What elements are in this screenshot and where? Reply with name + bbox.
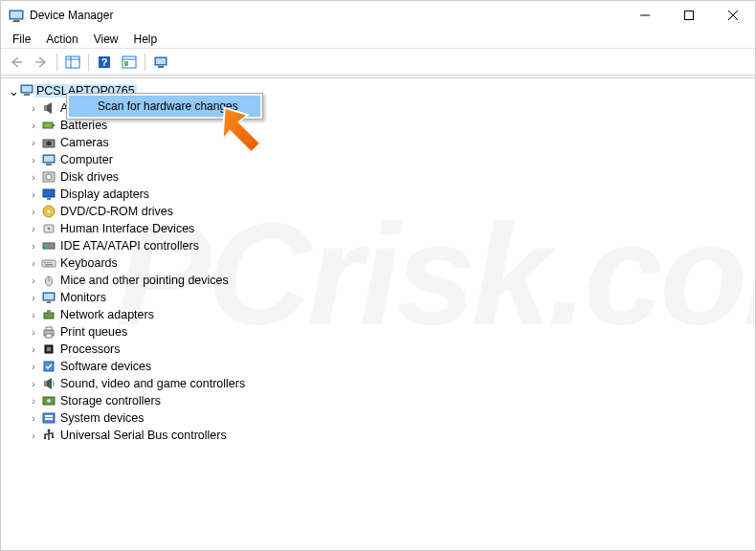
tree-item[interactable]: ›Disk drives [26, 168, 747, 186]
svg-rect-49 [47, 301, 51, 303]
tree-item[interactable]: ›Display adapters [26, 186, 747, 203]
expand-arrow-icon[interactable]: › [26, 344, 41, 355]
computer-icon [19, 82, 34, 100]
svg-rect-1 [11, 11, 22, 18]
expand-arrow-icon[interactable]: › [26, 138, 41, 148]
tree-item-label: Monitors [60, 291, 106, 304]
minimize-button[interactable] [623, 1, 667, 30]
speaker-icon [41, 100, 56, 116]
tree-item-label: Network adapters [60, 308, 154, 321]
tree-item-label: Storage controllers [60, 394, 161, 408]
svg-rect-50 [44, 313, 54, 319]
tree-item[interactable]: ›Computer [26, 151, 747, 168]
expand-arrow-icon[interactable]: › [26, 413, 41, 424]
tree-item[interactable]: ›Print queues [26, 323, 747, 341]
app-icon [9, 8, 24, 23]
menu-help[interactable]: Help [126, 31, 166, 48]
tree-item-label: Computer [60, 153, 113, 166]
tree-item[interactable]: ›Storage controllers [26, 392, 747, 409]
svg-rect-51 [47, 310, 51, 313]
usb-icon [41, 428, 56, 443]
context-scan-hardware[interactable]: Scan for hardware changes [69, 96, 260, 117]
svg-rect-44 [45, 264, 53, 266]
menu-action[interactable]: Action [38, 31, 85, 48]
menu-view[interactable]: View [86, 31, 126, 48]
tree-item[interactable]: ›DVD/CD-ROM drives [26, 203, 747, 220]
tree-item-label: Processors [60, 342, 121, 356]
expand-arrow-icon[interactable]: › [26, 276, 41, 286]
tree-item[interactable]: ›Cameras [26, 134, 747, 151]
svg-rect-41 [44, 262, 46, 263]
expand-arrow-icon[interactable]: › [26, 103, 41, 114]
mouse-icon [41, 273, 56, 288]
back-button[interactable] [5, 52, 28, 73]
tree-item[interactable]: ›IDE ATA/ATAPI controllers [26, 237, 747, 254]
device-tree[interactable]: ⌄ PCSLAPTOP0765 ›Audio inputs and output… [1, 77, 755, 550]
tree-item[interactable]: ›Sound, video and game controllers [26, 375, 747, 392]
scan-hardware-button[interactable] [118, 52, 141, 73]
close-button[interactable] [711, 1, 755, 30]
tree-item[interactable]: ›System devices [26, 409, 747, 427]
expand-arrow-icon[interactable]: › [26, 327, 41, 338]
svg-rect-18 [158, 66, 164, 68]
tree-item-label: Batteries [60, 119, 107, 132]
expand-arrow-icon[interactable]: › [26, 396, 41, 407]
expand-arrow-icon[interactable]: › [26, 189, 41, 200]
expand-arrow-icon[interactable]: › [26, 224, 41, 234]
help-button[interactable]: ? [93, 52, 116, 73]
tree-item-label: DVD/CD-ROM drives [60, 205, 173, 218]
dvd-icon [41, 204, 56, 219]
tree-item[interactable]: ›Universal Serial Bus controllers [26, 427, 747, 444]
svg-rect-29 [46, 164, 52, 165]
devices-button[interactable] [149, 52, 172, 73]
tree-item[interactable]: ›Software devices [26, 358, 747, 375]
svg-rect-2 [13, 20, 19, 21]
tree-item[interactable]: ›Network adapters [26, 306, 747, 323]
menu-file[interactable]: File [5, 31, 38, 48]
maximize-button[interactable] [667, 1, 711, 30]
svg-rect-17 [156, 58, 166, 64]
svg-rect-66 [44, 437, 46, 439]
tree-item[interactable]: ›Processors [26, 341, 747, 358]
svg-rect-5 [685, 11, 694, 20]
tree-item-label: Mice and other pointing devices [60, 274, 229, 287]
svg-rect-40 [42, 260, 56, 267]
battery-icon [41, 118, 56, 133]
expand-arrow-icon[interactable]: › [26, 293, 41, 303]
expand-arrow-icon[interactable]: › [26, 362, 41, 372]
expand-arrow-icon[interactable]: › [26, 207, 41, 217]
svg-rect-42 [47, 262, 49, 263]
expand-arrow-icon[interactable]: › [26, 172, 41, 183]
svg-point-67 [52, 436, 54, 438]
camera-icon [41, 135, 56, 150]
expand-arrow-icon[interactable]: › [26, 258, 41, 269]
tree-item[interactable]: ›Human Interface Devices [26, 220, 747, 237]
tree-item[interactable]: ›Monitors [26, 289, 747, 306]
expand-arrow-icon[interactable]: ⌄ [9, 84, 19, 99]
svg-rect-48 [44, 294, 54, 299]
window-title: Device Manager [30, 9, 623, 22]
tree-item-label: System devices [60, 411, 145, 425]
svg-rect-8 [66, 56, 79, 68]
keyboard-icon [41, 255, 56, 271]
show-hide-tree-button[interactable] [61, 52, 84, 73]
svg-rect-53 [46, 327, 52, 330]
tree-item-label: Sound, video and game controllers [60, 377, 245, 390]
svg-rect-23 [43, 122, 53, 128]
svg-rect-15 [124, 61, 128, 66]
storage-icon [41, 393, 56, 408]
tree-item-label: Cameras [60, 136, 109, 149]
expand-arrow-icon[interactable]: › [26, 430, 41, 441]
expand-arrow-icon[interactable]: › [26, 155, 41, 165]
tree-item[interactable]: ›Keyboards [26, 254, 747, 272]
svg-point-26 [47, 142, 52, 146]
forward-button[interactable] [30, 52, 53, 73]
tree-item-label: Disk drives [60, 170, 119, 184]
expand-arrow-icon[interactable]: › [26, 241, 41, 252]
expand-arrow-icon[interactable]: › [26, 310, 41, 320]
menu-bar: File Action View Help [1, 30, 755, 49]
tree-item[interactable]: ›Mice and other pointing devices [26, 272, 747, 289]
expand-arrow-icon[interactable]: › [26, 121, 41, 131]
printer-icon [41, 324, 56, 340]
expand-arrow-icon[interactable]: › [26, 379, 41, 389]
